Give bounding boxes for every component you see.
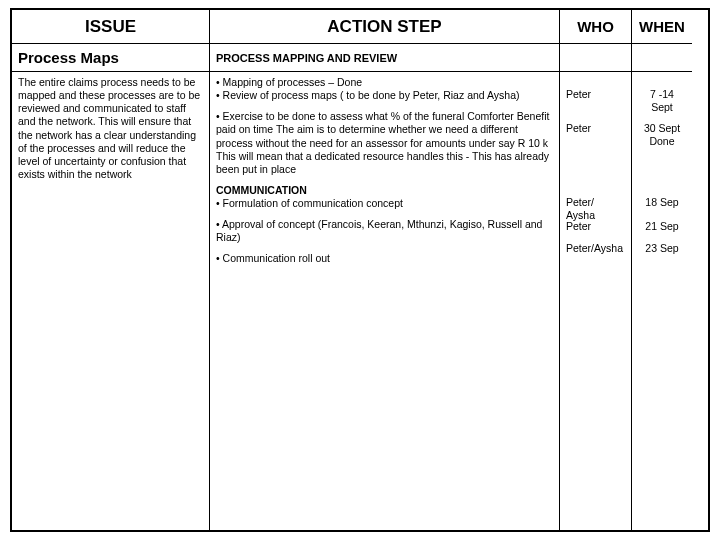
who-4: Peter/ Aysha	[566, 196, 625, 220]
when-3: 30 Sept Done	[638, 122, 686, 196]
when-5: 21 Sep	[638, 220, 686, 242]
when-spacer-1	[638, 76, 686, 88]
header-action: ACTION STEP	[210, 10, 560, 44]
action-item-6: • Communication roll out	[216, 252, 553, 265]
header-when: WHEN	[632, 10, 692, 44]
issues-table: ISSUE ACTION STEP WHO WHEN Process Maps …	[10, 8, 710, 532]
action-item-4: • Formulation of communication concept	[216, 197, 553, 210]
who-5: Peter	[566, 220, 625, 242]
action-item-2: • Review of process maps ( to be done by…	[216, 89, 553, 102]
when-2: 7 -14 Sept	[638, 88, 686, 122]
header-issue: ISSUE	[12, 10, 210, 44]
who-spacer-1	[566, 76, 625, 88]
when-6: 23 Sep	[638, 242, 686, 255]
document-page: ISSUE ACTION STEP WHO WHEN Process Maps …	[0, 0, 720, 540]
when-body: 7 -14 Sept 30 Sept Done 18 Sep 21 Sep 23…	[632, 72, 692, 530]
issue-text: The entire claims process needs to be ma…	[18, 76, 200, 180]
who-3: Peter	[566, 122, 625, 196]
action-item-1: • Mapping of processes – Done	[216, 76, 553, 89]
who-body: Peter Peter Peter/ Aysha Peter Peter/Ays…	[560, 72, 632, 530]
communication-heading: COMMUNICATION	[216, 184, 553, 197]
issue-body: The entire claims process needs to be ma…	[12, 72, 210, 530]
who-2: Peter	[566, 88, 625, 122]
header-who: WHO	[560, 10, 632, 44]
who-6: Peter/Aysha	[566, 242, 625, 255]
action-item-3: • Exercise to be done to assess what % o…	[216, 110, 553, 176]
subhead-issue: Process Maps	[12, 44, 210, 72]
action-body: • Mapping of processes – Done • Review o…	[210, 72, 560, 530]
when-4: 18 Sep	[638, 196, 686, 220]
action-item-5: • Approval of concept (Francois, Keeran,…	[216, 218, 553, 244]
subhead-action: PROCESS MAPPING AND REVIEW	[210, 44, 560, 72]
subhead-who-empty	[560, 44, 632, 72]
subhead-when-empty	[632, 44, 692, 72]
